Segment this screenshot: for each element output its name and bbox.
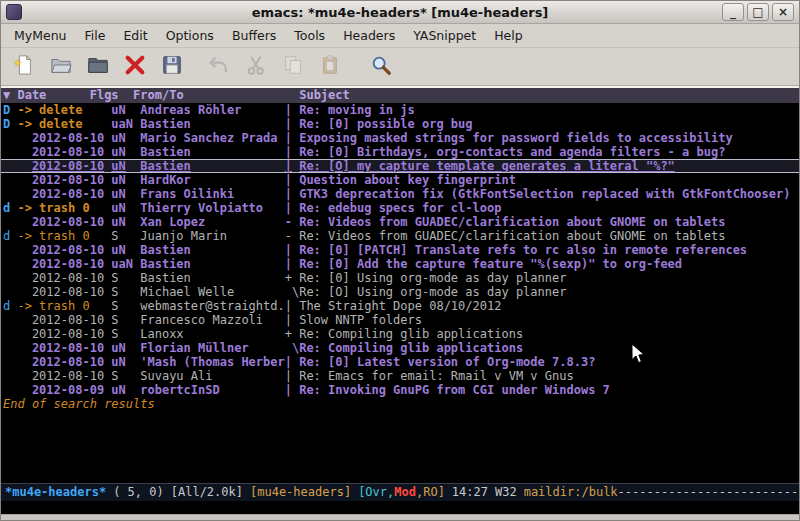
message-subject: Re: Invoking GnuPG from CGI under Window… bbox=[299, 383, 799, 397]
kill-buffer-button[interactable] bbox=[122, 54, 148, 80]
undo-button[interactable] bbox=[206, 54, 232, 80]
titlebar[interactable]: emacs: *mu4e-headers* [mu4e-headers] _□× bbox=[1, 1, 799, 24]
message-mark bbox=[3, 271, 17, 285]
message-date: -> delete bbox=[17, 103, 111, 117]
modeline-readonly-flag[interactable]: ,RO] bbox=[416, 484, 445, 501]
folder-icon bbox=[87, 54, 109, 80]
message-date: 2012-08-10 bbox=[17, 341, 111, 355]
message-date: 2012-08-10 bbox=[17, 173, 111, 187]
column-flags[interactable]: Flgs bbox=[90, 88, 133, 103]
message-from: Florian Müllner bbox=[140, 341, 284, 355]
menu-options[interactable]: Options bbox=[157, 25, 223, 46]
column-date[interactable]: ▼ Date bbox=[3, 88, 90, 103]
modeline[interactable]: *mu4e-headers* ( 5, 0) [All/2.0k] [mu4e-… bbox=[1, 483, 799, 501]
message-from: Bastien bbox=[140, 145, 284, 159]
message-row[interactable]: 2012-08-10uNFlorian Müllner \Re: Compili… bbox=[1, 341, 799, 355]
message-subject: Re: Compiling glib applications bbox=[299, 341, 799, 355]
modeline-buffer-name[interactable]: *mu4e-headers* bbox=[5, 484, 106, 501]
save-buffer-button[interactable] bbox=[159, 54, 185, 80]
menu-yasnippet[interactable]: YASnippet bbox=[404, 25, 485, 46]
message-row[interactable]: 2012-08-10uN'Mash (Thomas Herbert)|Re: [… bbox=[1, 355, 799, 369]
modeline-modified-flag[interactable]: Mod bbox=[394, 484, 416, 501]
modeline-window-id: W32 bbox=[495, 484, 517, 501]
message-mark bbox=[3, 257, 17, 271]
message-from: HardKor bbox=[140, 173, 284, 187]
menu-headers[interactable]: Headers bbox=[334, 25, 404, 46]
close-button[interactable]: × bbox=[772, 3, 794, 21]
message-row[interactable]: 2012-08-10uNBastien|Re: [0] [PATCH] Tran… bbox=[1, 243, 799, 257]
message-row[interactable]: d-> trash 0Swebmaster@straightd...|The S… bbox=[1, 299, 799, 313]
message-subject: The Straight Dope 08/10/2012 bbox=[299, 299, 799, 313]
message-from: Andreas Röhler bbox=[140, 103, 284, 117]
message-row[interactable]: 2012-08-10SLanoxx+Re: Compiling glib app… bbox=[1, 327, 799, 341]
message-flags: uN bbox=[111, 160, 140, 172]
message-row[interactable]: D-> deleteuNAndreas Röhler|Re: moving in… bbox=[1, 103, 799, 117]
message-mark bbox=[3, 160, 17, 172]
message-row[interactable]: 2012-08-10uNHardKor|Question about key f… bbox=[1, 173, 799, 187]
minibuffer[interactable] bbox=[1, 501, 799, 514]
message-subject: Re: Videos from GUADEC/clarification abo… bbox=[299, 215, 799, 229]
modeline-overwrite-flag[interactable]: [Ovr, bbox=[358, 484, 394, 501]
thread-indicator: | bbox=[285, 257, 299, 271]
search-button[interactable] bbox=[368, 54, 394, 80]
copy-button[interactable] bbox=[280, 54, 306, 80]
paste-button[interactable] bbox=[317, 54, 343, 80]
headers-buffer[interactable]: ▼ Date Flgs From/To Subject D-> deleteuN… bbox=[1, 88, 799, 483]
save-icon bbox=[161, 54, 183, 80]
message-row[interactable]: 2012-08-10uNXan Lopez-Re: Videos from GU… bbox=[1, 215, 799, 229]
message-row[interactable]: 2012-08-10SBastien+Re: [0] Using org-mod… bbox=[1, 271, 799, 285]
menu-mymenu[interactable]: MyMenu bbox=[5, 25, 76, 46]
message-row[interactable]: D-> deleteuaNBastien|Re: [0] possible or… bbox=[1, 117, 799, 131]
thread-indicator: | bbox=[285, 187, 299, 201]
cut-button[interactable] bbox=[243, 54, 269, 80]
message-subject: Slow NNTP folders bbox=[299, 313, 799, 327]
menu-tools[interactable]: Tools bbox=[285, 25, 334, 46]
message-row[interactable]: d-> trash 0SJuanjo Marin-Re: Videos from… bbox=[1, 229, 799, 243]
thread-indicator: | bbox=[285, 173, 299, 187]
message-row[interactable]: 2012-08-10uNMario Sanchez Prada|Exposing… bbox=[1, 131, 799, 145]
message-from: Lanoxx bbox=[140, 327, 284, 341]
dired-button[interactable] bbox=[85, 54, 111, 80]
message-from: Thierry Volpiatto bbox=[140, 201, 284, 215]
message-mark: d bbox=[3, 299, 17, 313]
message-row[interactable]: 2012-08-10uNBastien|Re: [O] my capture t… bbox=[1, 159, 799, 173]
message-subject: Exposing masked strings for password fie… bbox=[299, 131, 799, 145]
modeline-total-count: [All/2.0k] bbox=[171, 484, 243, 501]
minimize-button[interactable]: _ bbox=[722, 3, 744, 21]
menu-edit[interactable]: Edit bbox=[114, 25, 156, 46]
message-from: 'Mash (Thomas Herbert) bbox=[140, 355, 284, 369]
thread-indicator: | bbox=[285, 313, 299, 327]
menu-help[interactable]: Help bbox=[485, 25, 532, 46]
message-from: webmaster@straightd... bbox=[140, 299, 284, 313]
message-row[interactable]: 2012-08-09uNrobertcInSD|Re: Invoking Gnu… bbox=[1, 383, 799, 397]
headers-column-header[interactable]: ▼ Date Flgs From/To Subject bbox=[1, 88, 799, 103]
thread-indicator: | bbox=[285, 103, 299, 117]
window-menu-icon[interactable] bbox=[6, 4, 22, 20]
message-mark: d bbox=[3, 201, 17, 215]
emacs-window: emacs: *mu4e-headers* [mu4e-headers] _□×… bbox=[0, 0, 800, 521]
message-row[interactable]: 2012-08-10uaNBastien|Re: [0] Add the cap… bbox=[1, 257, 799, 271]
menu-file[interactable]: File bbox=[76, 25, 115, 46]
maximize-button[interactable]: □ bbox=[747, 3, 769, 21]
menu-buffers[interactable]: Buffers bbox=[223, 25, 285, 46]
column-from[interactable]: From/To bbox=[133, 88, 299, 103]
message-from: Bastien bbox=[140, 160, 284, 172]
message-subject: Re: [0] Using org-mode as day planner bbox=[299, 271, 799, 285]
message-date: 2012-08-10 bbox=[17, 243, 111, 257]
message-flags: uN bbox=[111, 383, 140, 397]
message-row[interactable]: 2012-08-10uNBastien|Re: [0] Birthdays, o… bbox=[1, 145, 799, 159]
message-date: 2012-08-10 bbox=[17, 355, 111, 369]
message-row[interactable]: d-> trash 0uNThierry Volpiatto|Re: edebu… bbox=[1, 201, 799, 215]
column-subject[interactable]: Subject bbox=[299, 88, 350, 103]
message-subject: Re: [0] Latest version of Org-mode 7.8.3… bbox=[299, 355, 799, 369]
message-flags: S bbox=[111, 271, 140, 285]
modeline-major-mode[interactable]: [mu4e-headers] bbox=[250, 484, 351, 501]
open-file-button[interactable] bbox=[48, 54, 74, 80]
message-row[interactable]: 2012-08-10SSuvayu Ali|Re: Emacs for emai… bbox=[1, 369, 799, 383]
message-row[interactable]: 2012-08-10SFrancesco Mazzoli|Slow NNTP f… bbox=[1, 313, 799, 327]
message-from: Francesco Mazzoli bbox=[140, 313, 284, 327]
message-row[interactable]: 2012-08-10SMichael Welle \Re: [O] Using … bbox=[1, 285, 799, 299]
new-file-button[interactable] bbox=[11, 54, 37, 80]
message-row[interactable]: 2012-08-10uNFrans Oilinki|GTK3 deprecati… bbox=[1, 187, 799, 201]
message-flags: uaN bbox=[111, 257, 140, 271]
